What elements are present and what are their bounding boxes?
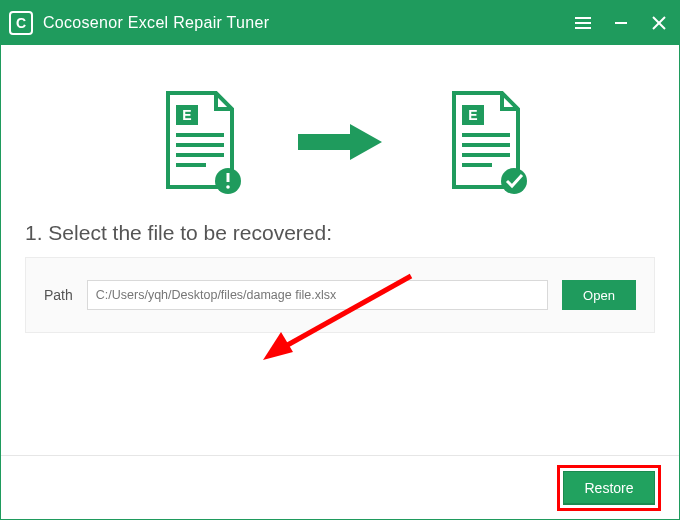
svg-text:E: E [182, 107, 191, 123]
path-card: Path Open [25, 257, 655, 333]
open-button[interactable]: Open [562, 280, 636, 310]
menu-button[interactable] [573, 13, 593, 33]
illustration: E [1, 91, 679, 191]
path-input[interactable] [87, 280, 548, 310]
footer: Restore [1, 455, 679, 519]
step-heading: 1. Select the file to be recovered: [25, 221, 679, 245]
svg-text:E: E [468, 107, 477, 123]
window-title: Cocosenor Excel Repair Tuner [43, 14, 573, 32]
close-button[interactable] [649, 13, 669, 33]
svg-point-14 [226, 185, 230, 189]
minimize-button[interactable] [611, 13, 631, 33]
restore-button[interactable]: Restore [563, 471, 655, 505]
restore-highlight: Restore [557, 465, 661, 511]
path-label: Path [44, 287, 73, 303]
hamburger-icon [574, 16, 592, 30]
titlebar: C Cocosenor Excel Repair Tuner [1, 1, 679, 45]
repaired-file-icon: E [446, 91, 520, 191]
app-logo: C [9, 11, 33, 35]
app-window: C Cocosenor Excel Repair Tuner [0, 0, 680, 520]
window-controls [573, 13, 669, 33]
damaged-file-icon: E [160, 91, 234, 191]
minimize-icon [613, 15, 629, 31]
close-icon [651, 15, 667, 31]
content-area: E [1, 45, 679, 455]
arrow-right-icon [294, 120, 386, 168]
svg-point-21 [501, 168, 527, 194]
app-logo-letter: C [16, 15, 26, 31]
